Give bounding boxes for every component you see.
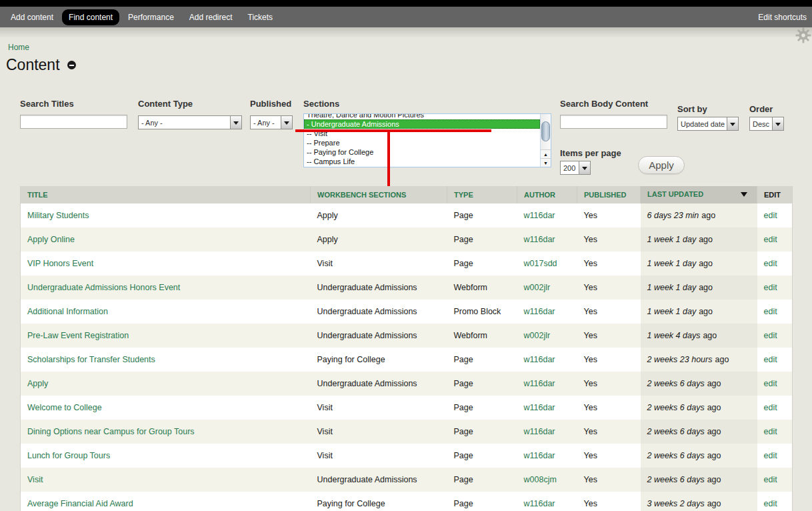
author-link[interactable]: w002jlr <box>524 331 551 340</box>
section-option[interactable]: -- Prepare <box>304 138 540 147</box>
column-header-author[interactable]: AUTHOR <box>517 186 577 203</box>
content-title-link[interactable]: Scholarships for Transfer Students <box>27 355 155 364</box>
column-header-published[interactable]: PUBLISHED <box>577 186 641 203</box>
type-cell: Page <box>447 420 517 444</box>
items-per-page-select[interactable]: 200 <box>560 161 591 175</box>
scroll-down-icon[interactable]: ▼ <box>541 158 551 167</box>
search-titles-input[interactable] <box>20 115 127 129</box>
edit-link[interactable]: edit <box>764 403 777 412</box>
content-type-value: - Any - <box>139 119 230 127</box>
last-updated-cell: 3 weeks 2 daysago <box>641 492 757 511</box>
edit-link[interactable]: edit <box>764 499 777 508</box>
edit-link[interactable]: edit <box>764 283 777 292</box>
toolbar-item-add-redirect[interactable]: Add redirect <box>183 9 239 25</box>
toolbar-item-performance[interactable]: Performance <box>121 9 181 25</box>
author-link[interactable]: w008cjm <box>524 475 557 484</box>
apply-button[interactable]: Apply <box>638 156 685 174</box>
order-select[interactable]: Desc <box>749 117 784 131</box>
gear-icon[interactable] <box>795 27 812 47</box>
hide-descriptions-toggle-icon[interactable] <box>67 61 76 69</box>
sort-desc-icon <box>741 192 747 200</box>
edit-link[interactable]: edit <box>764 355 777 364</box>
content-title-link[interactable]: Lunch for Group Tours <box>27 451 110 460</box>
content-title-link[interactable]: Apply Online <box>27 235 75 244</box>
edit-link[interactable]: edit <box>764 211 777 220</box>
workbench-section-cell: Undergraduate Admissions <box>311 300 447 324</box>
author-link[interactable]: w116dar <box>524 235 555 244</box>
dropdown-arrow-icon <box>727 117 738 130</box>
section-option[interactable]: - Undergraduate Admissions <box>304 119 540 129</box>
author-link[interactable]: w116dar <box>524 403 555 412</box>
column-header-workbench-sections[interactable]: WORKBENCH SECTIONS <box>311 186 447 203</box>
toolbar-item-add-content[interactable]: Add content <box>4 9 60 25</box>
published-cell: Yes <box>577 324 641 348</box>
content-title-link[interactable]: Apply <box>27 379 48 388</box>
items-per-page-value: 200 <box>561 164 579 172</box>
breadcrumb-home-link[interactable]: Home <box>8 43 29 52</box>
edit-link[interactable]: edit <box>764 451 777 460</box>
toolbar-item-find-content[interactable]: Find content <box>62 9 119 25</box>
last-updated-cell: 1 week 1 dayago <box>641 251 757 276</box>
section-option[interactable]: -- Campus Life <box>304 157 540 166</box>
author-link[interactable]: w116dar <box>524 499 555 508</box>
workbench-section-cell: Apply <box>311 203 447 227</box>
content-title-link[interactable]: Visit <box>27 475 43 484</box>
column-header-type[interactable]: TYPE <box>447 186 517 203</box>
column-header-last-updated[interactable]: LAST UPDATED <box>641 186 757 203</box>
toolbar-item-tickets[interactable]: Tickets <box>241 9 280 25</box>
edit-link[interactable]: edit <box>764 235 777 244</box>
search-body-input[interactable] <box>560 115 667 129</box>
author-link[interactable]: w116dar <box>524 211 555 220</box>
type-cell: Page <box>447 492 517 511</box>
edit-shortcuts-link[interactable]: Edit shortcuts <box>758 7 807 27</box>
sort-by-select[interactable]: Updated date <box>677 117 739 131</box>
toolbar-shadow <box>0 27 812 38</box>
edit-link[interactable]: edit <box>764 307 777 316</box>
annotation-underline <box>295 129 491 132</box>
content-title-link[interactable]: Additional Information <box>27 307 108 316</box>
section-option[interactable]: Theatre, Dance and Motion Pictures <box>304 113 540 119</box>
annotation-pointer-line <box>387 131 390 186</box>
edit-link[interactable]: edit <box>764 427 777 436</box>
content-title-link[interactable]: Dining Options near Campus for Group Tou… <box>27 427 195 436</box>
workbench-section-cell: Apply <box>311 227 447 251</box>
sections-multiselect[interactable]: Theatre, Dance and Motion Pictures- Unde… <box>303 113 551 167</box>
author-link[interactable]: w017sdd <box>524 259 557 268</box>
section-option[interactable]: -- Paying for College <box>304 147 540 157</box>
published-select[interactable]: - Any - <box>250 115 293 129</box>
table-row: Scholarships for Transfer Students Payin… <box>21 348 793 372</box>
search-titles-label: Search Titles <box>20 99 74 109</box>
author-link[interactable]: w002jlr <box>524 283 551 292</box>
column-header-edit[interactable]: EDIT <box>757 186 793 203</box>
sections-scrollbar[interactable]: ▲ ▼ <box>540 114 551 167</box>
published-cell: Yes <box>577 396 641 420</box>
edit-link[interactable]: edit <box>764 331 777 340</box>
last-updated-cell: 2 weeks 6 daysago <box>641 468 757 492</box>
column-header-title[interactable]: TITLE <box>21 186 311 203</box>
type-cell: Page <box>447 227 517 251</box>
content-title-link[interactable]: VIP Honors Event <box>27 259 93 268</box>
content-title-link[interactable]: Average Financial Aid Award <box>27 499 133 508</box>
workbench-section-cell: Paying for College <box>311 492 447 511</box>
author-link[interactable]: w116dar <box>524 427 555 436</box>
content-title-link[interactable]: Military Students <box>27 211 89 220</box>
edit-link[interactable]: edit <box>764 379 777 388</box>
edit-link[interactable]: edit <box>764 259 777 268</box>
author-link[interactable]: w116dar <box>524 355 555 364</box>
content-type-select[interactable]: - Any - <box>138 115 242 129</box>
dropdown-arrow-icon <box>281 116 292 129</box>
published-cell: Yes <box>577 227 641 251</box>
content-title-link[interactable]: Undergraduate Admissions Honors Event <box>27 283 180 292</box>
author-link[interactable]: w116dar <box>524 451 555 460</box>
table-row: Additional Information Undergraduate Adm… <box>21 300 793 324</box>
content-title-link[interactable]: Welcome to College <box>27 403 102 412</box>
scrollbar-thumb[interactable] <box>541 121 550 141</box>
type-cell: Promo Block <box>447 300 517 324</box>
content-title-link[interactable]: Pre-Law Event Registration <box>27 331 129 340</box>
edit-link[interactable]: edit <box>764 475 777 484</box>
author-link[interactable]: w116dar <box>524 379 555 388</box>
published-cell: Yes <box>577 420 641 444</box>
scroll-up-icon[interactable]: ▲ <box>541 149 551 158</box>
search-body-label: Search Body Content <box>560 99 648 109</box>
author-link[interactable]: w116dar <box>524 307 555 316</box>
